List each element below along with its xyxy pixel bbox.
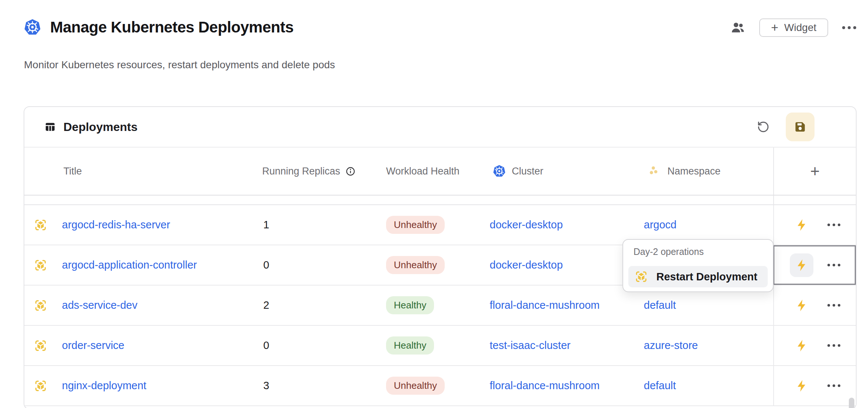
column-header-running-replicas[interactable]: Running Replicas — [262, 166, 386, 177]
replicas-value: 1 — [262, 219, 386, 231]
page-more-icon[interactable] — [842, 26, 856, 29]
actions-lightning-button[interactable] — [790, 253, 813, 277]
health-badge: Healthy — [386, 296, 434, 314]
namespace-link[interactable]: default — [644, 380, 676, 391]
deployment-cube-icon — [34, 339, 48, 353]
column-header-workload-health[interactable]: Workload Health — [386, 166, 490, 177]
table-icon — [44, 121, 56, 133]
table-row: order-service 0 Healthy test-isaac-clust… — [24, 326, 856, 366]
actions-lightning-button[interactable] — [790, 294, 813, 317]
replicas-value: 0 — [262, 259, 386, 271]
deployment-cube-icon — [34, 298, 48, 312]
table-header-row: Title Running Replicas Workload Health — [24, 148, 856, 196]
replicas-value: 3 — [262, 380, 386, 392]
health-badge: Unhealthy — [386, 256, 445, 274]
health-badge: Healthy — [386, 336, 434, 355]
info-icon[interactable] — [346, 166, 355, 176]
health-badge: Unhealthy — [386, 216, 445, 234]
vertical-scrollbar-thumb[interactable] — [849, 398, 854, 408]
kubernetes-icon — [493, 165, 506, 178]
restart-deployment-label: Restart Deployment — [656, 271, 757, 283]
deployment-cube-icon — [634, 270, 648, 284]
deployment-cube-icon — [34, 218, 48, 232]
table-row: nginx-deployment 3 Unhealthy floral-danc… — [24, 366, 856, 406]
row-more-icon[interactable] — [827, 304, 840, 307]
plus-icon: + — [771, 21, 778, 34]
page-title: Manage Kubernetes Deployments — [50, 18, 294, 36]
widget-header: Deployments — [24, 107, 856, 148]
replicas-value: 0 — [262, 339, 386, 352]
widget-title: Deployments — [63, 120, 138, 134]
column-header-title[interactable]: Title — [24, 166, 262, 177]
day2-operations-popup: Day-2 operations Restart Deployment — [622, 239, 774, 292]
cluster-link[interactable]: docker-desktop — [490, 219, 563, 231]
add-column-button[interactable]: + — [773, 148, 856, 195]
namespace-link[interactable]: default — [644, 299, 676, 311]
deployment-link[interactable]: argocd-application-controller — [62, 259, 197, 271]
health-badge: Unhealthy — [386, 377, 445, 395]
page-subtitle: Monitor Kubernetes resources, restart de… — [24, 59, 335, 71]
actions-lightning-button[interactable] — [790, 213, 813, 237]
deployment-cube-icon — [34, 258, 48, 272]
add-widget-button[interactable]: + Widget — [759, 18, 828, 37]
namespace-link[interactable]: azure-store — [644, 339, 698, 351]
row-more-icon[interactable] — [827, 264, 840, 266]
scrolled-row-sliver — [24, 196, 856, 205]
deployments-widget: Deployments Title — [24, 106, 857, 408]
kubernetes-deployments-page: Manage Kubernetes Deployments + Widget — [0, 0, 868, 408]
column-header-namespace[interactable]: Namespace — [644, 165, 773, 178]
kubernetes-logo-icon — [24, 18, 41, 36]
cluster-link[interactable]: floral-dance-mushroom — [490, 299, 600, 311]
column-header-cluster[interactable]: Cluster — [490, 165, 644, 178]
page-header: Manage Kubernetes Deployments + Widget — [24, 18, 856, 37]
popup-header: Day-2 operations — [628, 246, 768, 257]
save-button[interactable] — [786, 113, 815, 141]
reset-button[interactable] — [757, 121, 770, 133]
namespace-dots-icon — [648, 165, 662, 178]
cluster-link[interactable]: docker-desktop — [490, 259, 563, 271]
actions-lightning-button[interactable] — [790, 334, 813, 357]
cluster-link[interactable]: floral-dance-mushroom — [490, 380, 600, 391]
actions-lightning-button[interactable] — [790, 374, 813, 398]
deployment-cube-icon — [34, 379, 48, 393]
row-more-icon[interactable] — [827, 344, 840, 347]
row-more-icon[interactable] — [827, 384, 840, 387]
cluster-link[interactable]: test-isaac-cluster — [490, 339, 570, 351]
replicas-value: 2 — [262, 299, 386, 311]
namespace-link[interactable]: argocd — [644, 219, 677, 231]
active-actions-cell — [773, 245, 856, 285]
restart-deployment-menu-item[interactable]: Restart Deployment — [628, 266, 768, 287]
deployment-link[interactable]: argocd-redis-ha-server — [62, 219, 170, 231]
deployment-link[interactable]: ads-service-dev — [62, 299, 138, 311]
add-widget-label: Widget — [784, 22, 816, 34]
deployment-link[interactable]: nginx-deployment — [62, 380, 146, 392]
members-icon[interactable] — [730, 20, 745, 35]
deployment-link[interactable]: order-service — [62, 339, 124, 352]
row-more-icon[interactable] — [827, 224, 840, 226]
